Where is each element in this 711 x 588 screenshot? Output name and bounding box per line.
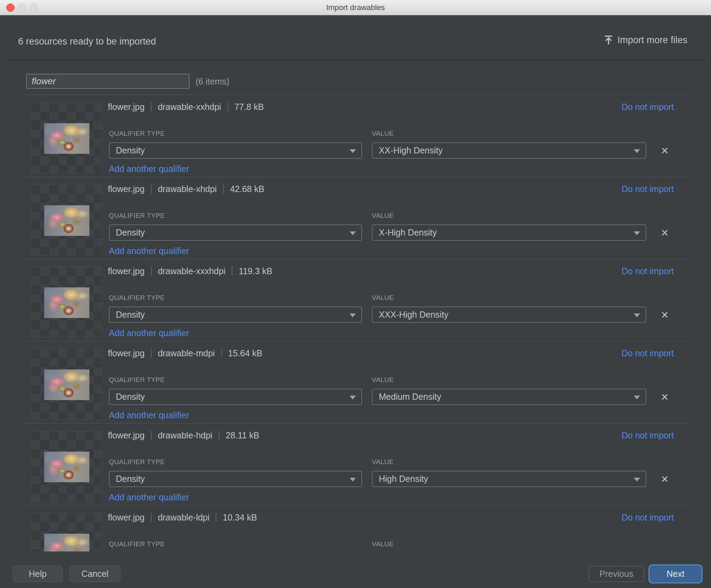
minimize-window-button[interactable] (18, 3, 26, 12)
chevron-down-icon (350, 313, 356, 317)
meta-divider (223, 184, 224, 193)
do-not-import-link[interactable]: Do not import (622, 430, 674, 440)
qualifier-type-select[interactable]: Density (109, 389, 362, 405)
cancel-button[interactable]: Cancel (70, 566, 120, 582)
next-button[interactable]: Next (650, 566, 701, 582)
meta-divider (151, 431, 152, 440)
qualifier-value-value: XXX-High Density (379, 310, 448, 320)
file-meta: flower.jpg drawable-ldpi 10.34 kB (108, 512, 257, 523)
previous-button[interactable]: Previous (589, 566, 644, 582)
remove-qualifier-button[interactable]: ✕ (658, 144, 672, 158)
meta-divider (151, 102, 152, 111)
value-label: VALUE (372, 212, 394, 220)
add-qualifier-link[interactable]: Add another qualifier (109, 328, 189, 338)
dialog-header: 6 resources ready to be imported Import … (0, 15, 711, 60)
do-not-import-link[interactable]: Do not import (622, 266, 674, 276)
qualifier-type-value: Density (116, 392, 145, 402)
qualifier-value-value: High Density (379, 474, 428, 484)
file-size: 42.68 kB (230, 184, 264, 194)
file-name: flower.jpg (108, 512, 145, 523)
drawable-thumbnail (31, 267, 102, 337)
value-label: VALUE (372, 130, 394, 137)
add-qualifier-link[interactable]: Add another qualifier (109, 410, 189, 420)
qualifier-type-label: QUALIFIER TYPE (109, 212, 165, 220)
row-header: flower.jpg drawable-xxxhdpi 119.3 kB Do … (108, 265, 674, 277)
meta-divider (151, 267, 152, 276)
filter-input[interactable]: flower (26, 74, 190, 89)
value-label: VALUE (372, 458, 394, 466)
flower-image (44, 123, 89, 154)
chevron-down-icon (634, 149, 640, 153)
qualifier-type-select[interactable]: Density (109, 224, 362, 241)
traffic-lights (6, 0, 38, 15)
add-qualifier-link[interactable]: Add another qualifier (109, 246, 189, 256)
qualifier-type-label: QUALIFIER TYPE (109, 458, 165, 466)
remove-qualifier-button[interactable]: ✕ (658, 390, 672, 404)
target-folder: drawable-hdpi (158, 430, 213, 440)
file-size: 77.8 kB (234, 102, 264, 112)
add-qualifier-link[interactable]: Add another qualifier (109, 492, 189, 502)
chevron-down-icon (350, 478, 356, 482)
zoom-window-button[interactable] (29, 3, 38, 12)
qualifier-type-value: Density (116, 474, 145, 484)
resource-row: flower.jpg drawable-hdpi 28.11 kB Do not… (22, 423, 690, 505)
resource-row: flower.jpg drawable-ldpi 10.34 kB Do not… (22, 505, 690, 551)
qualifier-value-select[interactable]: XX-High Density (372, 142, 646, 159)
remove-qualifier-button[interactable]: ✕ (658, 472, 672, 486)
items-count-label: (6 items) (195, 77, 229, 87)
target-folder: drawable-xxhdpi (158, 102, 221, 112)
meta-divider (151, 513, 152, 522)
qualifier-value-select[interactable]: Medium Density (372, 389, 646, 405)
meta-divider (232, 267, 232, 276)
qualifier-value-select[interactable]: X-High Density (372, 224, 646, 241)
do-not-import-link[interactable]: Do not import (622, 348, 674, 358)
qualifier-value-select[interactable]: XXX-High Density (372, 307, 646, 323)
drawable-thumbnail (31, 513, 102, 551)
chevron-down-icon (634, 231, 640, 235)
row-header: flower.jpg drawable-xxhdpi 77.8 kB Do no… (108, 101, 674, 112)
row-header: flower.jpg drawable-hdpi 28.11 kB Do not… (108, 430, 674, 441)
do-not-import-link[interactable]: Do not import (622, 102, 674, 112)
remove-qualifier-button[interactable]: ✕ (658, 308, 672, 322)
file-name: flower.jpg (108, 102, 145, 112)
add-qualifier-link[interactable]: Add another qualifier (109, 164, 189, 174)
import-more-files-button[interactable]: Import more files (604, 35, 687, 46)
resource-row: flower.jpg drawable-xxhdpi 77.8 kB Do no… (22, 95, 690, 177)
qualifier-type-select[interactable]: Density (109, 307, 362, 323)
upload-icon (604, 35, 613, 45)
meta-divider (216, 513, 216, 522)
drawable-thumbnail (31, 185, 102, 255)
qualifier-type-label: QUALIFIER TYPE (109, 376, 165, 384)
flower-image (44, 534, 89, 551)
file-meta: flower.jpg drawable-xxhdpi 77.8 kB (108, 102, 264, 112)
qualifier-type-select[interactable]: Density (109, 142, 362, 159)
window-titlebar: Import drawables (0, 0, 711, 15)
remove-qualifier-button[interactable]: ✕ (658, 226, 672, 240)
import-more-label: Import more files (617, 35, 687, 46)
value-label: VALUE (372, 294, 394, 302)
file-meta: flower.jpg drawable-hdpi 28.11 kB (108, 430, 259, 440)
meta-divider (227, 102, 228, 111)
chevron-down-icon (634, 313, 640, 317)
qualifier-type-select[interactable]: Density (109, 471, 362, 487)
qualifier-value-select[interactable]: High Density (372, 471, 646, 487)
resource-list: flower.jpg drawable-xxhdpi 77.8 kB Do no… (22, 95, 690, 551)
value-label: VALUE (372, 540, 394, 548)
meta-divider (221, 349, 222, 358)
import-drawables-dialog: Import drawables 6 resources ready to be… (0, 0, 711, 588)
file-meta: flower.jpg drawable-xxxhdpi 119.3 kB (108, 266, 272, 276)
help-button[interactable]: Help (13, 566, 63, 582)
qualifier-value-value: XX-High Density (379, 145, 442, 156)
do-not-import-link[interactable]: Do not import (622, 184, 674, 194)
qualifier-type-value: Density (116, 310, 145, 320)
flower-image (44, 205, 89, 236)
qualifier-value-value: X-High Density (379, 228, 437, 238)
dialog-body: 6 resources ready to be imported Import … (0, 15, 711, 588)
qualifier-type-value: Density (116, 145, 145, 156)
file-size: 28.11 kB (226, 430, 259, 440)
file-name: flower.jpg (108, 430, 145, 440)
close-window-button[interactable] (6, 3, 15, 12)
resource-row: flower.jpg drawable-mdpi 15.64 kB Do not… (22, 341, 690, 423)
flower-image (44, 370, 89, 400)
do-not-import-link[interactable]: Do not import (622, 512, 674, 523)
